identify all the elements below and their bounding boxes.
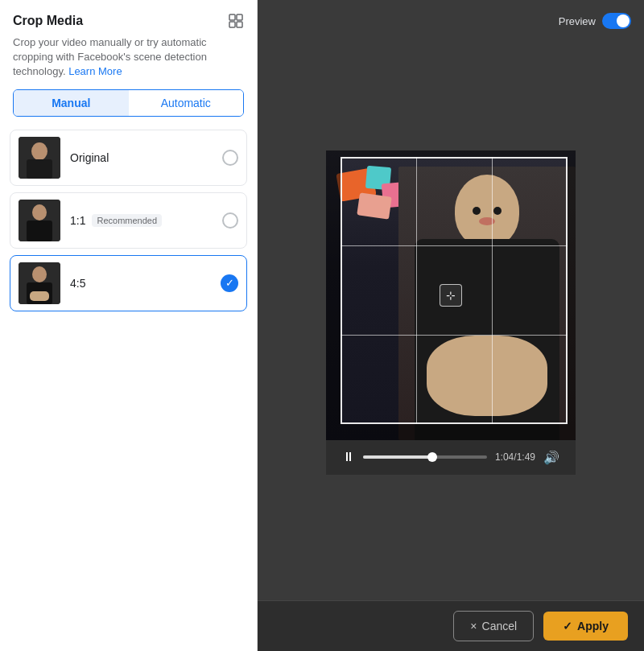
crop-label-original: Original (70, 151, 109, 164)
crop-label-4x5: 4:5 (70, 277, 85, 290)
panel-description: Crop your video manually or try automati… (0, 35, 257, 89)
svg-rect-9 (27, 220, 52, 241)
svg-rect-0 (229, 14, 235, 20)
apply-label: Apply (577, 620, 609, 632)
crop-label-group-4x5: 4:5 (70, 277, 211, 290)
crop-mask-top (341, 150, 568, 157)
svg-rect-13 (30, 291, 49, 301)
recommended-badge: Recommended (92, 214, 162, 227)
svg-point-16 (479, 217, 495, 225)
crop-option-1x1[interactable]: 1:1 Recommended (10, 192, 247, 249)
progress-handle[interactable] (427, 452, 437, 462)
crop-option-4x5[interactable]: 4:5 ✓ (10, 255, 247, 311)
video-controls: ⏸ 1:04/1:49 🔊 (326, 440, 576, 475)
video-frame: ⊹ (326, 150, 576, 440)
person-hands (427, 336, 547, 416)
tab-automatic[interactable]: Automatic (129, 90, 244, 116)
progress-fill (363, 455, 432, 459)
crop-thumbnail-original (19, 137, 60, 179)
preview-toggle[interactable] (602, 13, 631, 29)
progress-bar[interactable] (363, 455, 487, 459)
svg-rect-6 (27, 159, 52, 179)
crop-label-group-original: Original (70, 151, 213, 164)
svg-rect-2 (229, 22, 235, 27)
apply-icon: ✓ (563, 620, 572, 632)
preview-area: Preview (258, 0, 644, 600)
bottom-bar: × Cancel ✓ Apply (258, 600, 644, 651)
svg-point-15 (493, 207, 502, 215)
crop-mask-left (326, 150, 341, 440)
shape-salmon (357, 192, 392, 219)
svg-point-11 (32, 266, 47, 282)
person-face (455, 191, 519, 239)
crop-mask-bottom (341, 424, 568, 440)
tab-manual[interactable]: Manual (14, 90, 129, 116)
svg-point-8 (32, 204, 47, 220)
volume-button[interactable]: 🔊 (543, 450, 559, 465)
crop-label-group-1x1: 1:1 Recommended (70, 214, 213, 227)
preview-label: Preview (559, 15, 596, 27)
svg-point-14 (473, 207, 481, 215)
play-pause-button[interactable]: ⏸ (342, 450, 355, 464)
crop-thumbnail-4x5 (19, 262, 60, 304)
video-container: ⊹ ⏸ 1:04/1:49 🔊 (326, 150, 576, 475)
crop-mask-right (568, 150, 576, 440)
svg-rect-3 (237, 22, 242, 27)
svg-point-5 (31, 142, 47, 160)
person-head (455, 175, 519, 247)
crop-options-list: Original 1:1 Recommended (0, 130, 257, 311)
crop-check-4x5[interactable]: ✓ (221, 274, 238, 292)
tab-group: Manual Automatic (13, 89, 244, 117)
cancel-button[interactable]: × Cancel (453, 611, 534, 641)
toggle-knob (617, 14, 630, 27)
crop-option-original[interactable]: Original (10, 130, 247, 186)
time-display: 1:04/1:49 (495, 451, 535, 463)
person-in-video (398, 167, 576, 440)
svg-rect-1 (237, 14, 242, 20)
crop-radio-1x1[interactable] (222, 212, 238, 229)
panel-header: Crop Media (0, 0, 257, 35)
crop-label-1x1: 1:1 (70, 214, 85, 227)
cancel-icon: × (470, 620, 477, 632)
learn-more-link[interactable]: Learn More (68, 65, 122, 77)
preview-toggle-row: Preview (559, 13, 631, 29)
left-panel: Crop Media Crop your video manually or t… (0, 0, 258, 651)
panel-options-icon[interactable] (228, 13, 244, 29)
crop-thumbnail-1x1 (19, 200, 60, 241)
cancel-label: Cancel (482, 620, 518, 632)
crop-radio-original[interactable] (222, 150, 238, 166)
panel-title: Crop Media (13, 14, 83, 28)
apply-button[interactable]: ✓ Apply (543, 612, 628, 641)
right-panel: Preview (258, 0, 644, 651)
